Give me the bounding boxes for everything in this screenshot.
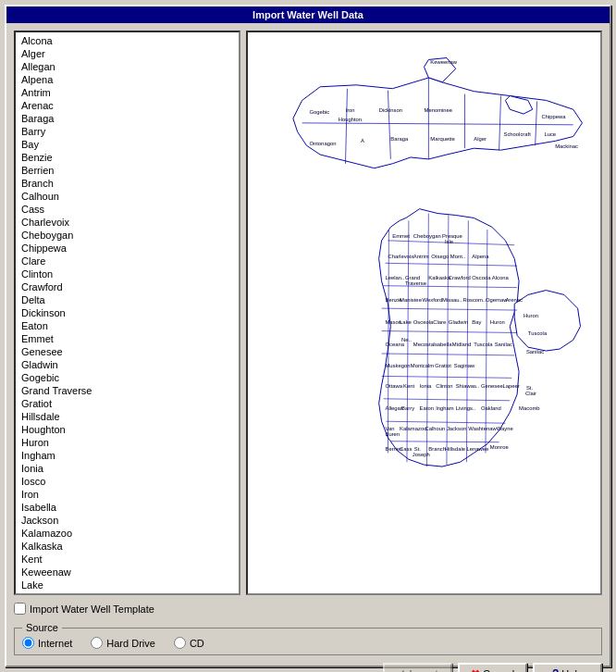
svg-text:Traverse: Traverse	[405, 280, 426, 286]
list-item[interactable]: Berrien	[18, 164, 237, 177]
svg-text:Emmet: Emmet	[392, 233, 410, 239]
list-item[interactable]: Ingham	[18, 449, 237, 462]
svg-text:Leelan..: Leelan..	[385, 275, 404, 280]
svg-text:Livings..: Livings..	[456, 405, 476, 411]
list-item[interactable]: Crawford	[18, 280, 237, 293]
svg-text:Wayne: Wayne	[497, 426, 513, 431]
michigan-map: Gogebic Iron Dickinson Menominee Ontonag…	[248, 32, 600, 593]
list-item[interactable]: Alcona	[18, 34, 237, 47]
svg-text:Tuscola: Tuscola	[474, 342, 493, 347]
list-item[interactable]: Gratiot	[18, 397, 237, 410]
svg-text:Alpena: Alpena	[472, 254, 489, 259]
source-cd-radio[interactable]	[174, 637, 186, 649]
svg-text:Tuscola: Tuscola	[528, 330, 548, 336]
list-item[interactable]: Isabella	[18, 501, 237, 514]
svg-text:Gratiot: Gratiot	[435, 363, 451, 368]
import-template-label: Import Water Well Template	[30, 604, 154, 615]
list-item[interactable]: Gogebic	[18, 371, 237, 384]
list-item[interactable]: Barry	[18, 125, 237, 138]
svg-text:Menominee: Menominee	[425, 107, 453, 113]
list-item[interactable]: Hillsdale	[18, 410, 237, 423]
dialog-body: AlconaAlgerAlleganAlpenaAntrimArenacBara…	[6, 23, 610, 672]
list-item[interactable]: Lake	[18, 579, 237, 591]
list-item[interactable]: Iosco	[18, 475, 237, 488]
svg-text:Oscoda: Oscoda	[472, 275, 491, 280]
list-item[interactable]: Cass	[18, 203, 237, 216]
list-item[interactable]: Delta	[18, 293, 237, 306]
svg-text:Jackson: Jackson	[447, 426, 467, 431]
county-list[interactable]: AlconaAlgerAlleganAlpenaAntrimArenacBara…	[16, 32, 239, 593]
source-internet-label[interactable]: Internet	[22, 637, 72, 649]
list-item[interactable]: Branch	[18, 177, 237, 190]
svg-text:Wexford: Wexford	[423, 297, 443, 303]
dialog-title: Import Water Well Data	[6, 6, 610, 23]
import-button[interactable]: ✓ Import	[383, 663, 452, 672]
svg-text:Antrim: Antrim	[413, 254, 429, 259]
svg-text:Lake: Lake	[400, 319, 412, 325]
list-item[interactable]: Calhoun	[18, 190, 237, 203]
list-item[interactable]: Clinton	[18, 268, 237, 280]
list-item[interactable]: Huron	[18, 436, 237, 449]
list-item[interactable]: Chippewa	[18, 242, 237, 255]
source-harddrive-label[interactable]: Hard Drive	[91, 637, 155, 649]
svg-text:Charlevoix: Charlevoix	[388, 254, 413, 259]
help-button[interactable]: ? Help	[533, 663, 602, 672]
svg-text:Baraga: Baraga	[390, 136, 409, 142]
svg-text:Oakland: Oakland	[481, 405, 501, 411]
import-template-checkbox[interactable]	[14, 603, 26, 615]
list-item[interactable]: Benzie	[18, 151, 237, 164]
svg-text:Ottawa: Ottawa	[385, 383, 402, 389]
list-item[interactable]: Iron	[18, 488, 237, 501]
list-item[interactable]: Cheboygan	[18, 229, 237, 242]
svg-text:Arenac: Arenac	[505, 297, 523, 303]
list-item[interactable]: Baraga	[18, 112, 237, 125]
source-internet-text: Internet	[38, 638, 72, 649]
svg-text:Ionia: Ionia	[420, 383, 432, 389]
list-item[interactable]: Emmet	[18, 332, 237, 345]
svg-text:Clair: Clair	[525, 391, 536, 396]
svg-text:Washtenaw: Washtenaw	[468, 426, 497, 431]
list-item[interactable]: Allegan	[18, 60, 237, 73]
list-item[interactable]: Antrim	[18, 86, 237, 99]
list-item[interactable]: Genesee	[18, 345, 237, 358]
list-item[interactable]: Kalamazoo	[18, 527, 237, 540]
svg-text:Crawford: Crawford	[449, 275, 471, 280]
list-item[interactable]: Keweenaw	[18, 566, 237, 579]
source-internet-radio[interactable]	[22, 637, 34, 649]
list-item[interactable]: Eaton	[18, 319, 237, 332]
svg-text:Ingham: Ingham	[436, 405, 454, 411]
svg-text:Mackinac: Mackinac	[555, 143, 578, 149]
list-item[interactable]: Alger	[18, 47, 237, 60]
svg-text:Sanilac: Sanilac	[526, 349, 544, 355]
list-item[interactable]: Arenac	[18, 99, 237, 112]
list-item[interactable]: Bay	[18, 138, 237, 151]
list-item[interactable]: Kent	[18, 553, 237, 566]
svg-text:Missau..: Missau..	[442, 297, 462, 303]
list-item[interactable]: Ionia	[18, 462, 237, 475]
svg-text:Shiawas..: Shiawas..	[456, 383, 480, 389]
list-item[interactable]: Kalkaska	[18, 540, 237, 553]
svg-text:Montcalm: Montcalm	[411, 363, 435, 368]
list-item[interactable]: Gladwin	[18, 358, 237, 371]
list-item[interactable]: Charlevoix	[18, 216, 237, 229]
list-item[interactable]: Jackson	[18, 514, 237, 527]
source-harddrive-radio[interactable]	[91, 637, 103, 649]
source-legend: Source	[22, 622, 62, 633]
list-item[interactable]: Alpena	[18, 73, 237, 86]
svg-text:A: A	[361, 138, 364, 143]
import-icon: ✓	[397, 667, 406, 673]
list-item[interactable]: Dickinson	[18, 306, 237, 319]
svg-text:Ne..: Ne..	[401, 337, 412, 342]
list-item[interactable]: Houghton	[18, 423, 237, 436]
svg-text:Muskegon: Muskegon	[385, 363, 410, 368]
cancel-button[interactable]: ✖ Cancel	[458, 663, 527, 672]
svg-text:Osceola: Osceola	[413, 319, 434, 325]
list-item[interactable]: Clare	[18, 255, 237, 268]
list-item[interactable]: Grand Traverse	[18, 384, 237, 397]
svg-text:Iron: Iron	[346, 107, 355, 113]
svg-text:Lenawee: Lenawee	[466, 446, 488, 452]
svg-text:Schoolcraft: Schoolcraft	[503, 132, 531, 138]
source-cd-label[interactable]: CD	[174, 637, 204, 649]
svg-text:Alger: Alger	[474, 136, 487, 142]
help-icon: ?	[552, 667, 559, 673]
